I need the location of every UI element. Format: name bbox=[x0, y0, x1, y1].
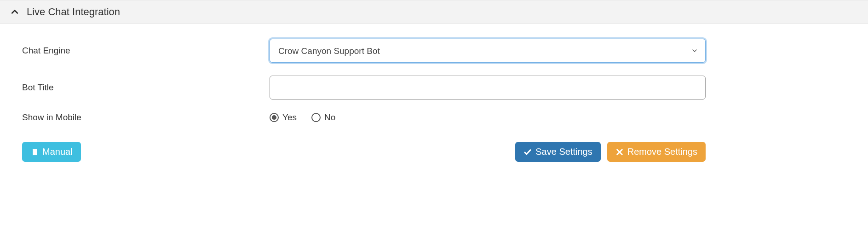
radio-no[interactable]: No bbox=[311, 112, 335, 123]
save-settings-button[interactable]: Save Settings bbox=[515, 142, 600, 162]
bot-title-input[interactable] bbox=[270, 76, 706, 100]
row-chat-engine: Chat Engine Crow Canyon Support Bot bbox=[22, 39, 857, 63]
row-show-in-mobile: Show in Mobile Yes No bbox=[22, 112, 857, 123]
radio-icon bbox=[311, 113, 321, 122]
panel-body: Chat Engine Crow Canyon Support Bot Bot … bbox=[0, 24, 868, 175]
chat-engine-select[interactable]: Crow Canyon Support Bot bbox=[270, 39, 706, 63]
remove-settings-button[interactable]: Remove Settings bbox=[607, 142, 706, 162]
book-icon bbox=[30, 148, 39, 156]
label-bot-title: Bot Title bbox=[22, 82, 270, 93]
radio-no-label: No bbox=[324, 112, 335, 123]
panel-header[interactable]: Live Chat Integration bbox=[0, 0, 868, 24]
save-settings-label: Save Settings bbox=[535, 147, 592, 157]
panel-title: Live Chat Integration bbox=[27, 6, 120, 18]
label-chat-engine: Chat Engine bbox=[22, 46, 270, 56]
chevron-up-icon bbox=[10, 7, 19, 17]
svg-rect-1 bbox=[32, 149, 33, 155]
remove-settings-label: Remove Settings bbox=[627, 147, 697, 157]
manual-button[interactable]: Manual bbox=[22, 142, 81, 162]
radio-icon bbox=[270, 113, 279, 122]
manual-button-label: Manual bbox=[42, 147, 73, 157]
close-icon bbox=[615, 148, 624, 156]
radio-yes[interactable]: Yes bbox=[270, 112, 297, 123]
show-in-mobile-radio-group: Yes No bbox=[270, 112, 706, 123]
right-actions: Save Settings Remove Settings bbox=[515, 142, 706, 162]
check-icon bbox=[523, 148, 532, 156]
actions-row: Manual Save Settings Remove Setti bbox=[22, 142, 706, 162]
row-bot-title: Bot Title bbox=[22, 76, 857, 100]
radio-yes-label: Yes bbox=[282, 112, 297, 123]
label-show-in-mobile: Show in Mobile bbox=[22, 112, 270, 123]
